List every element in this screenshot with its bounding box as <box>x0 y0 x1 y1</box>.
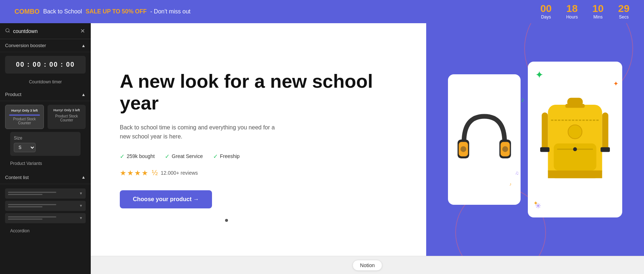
svg-rect-15 <box>602 112 608 151</box>
size-widget: Size S M L XL <box>10 132 81 156</box>
countdown-hours: 18 Hours <box>566 4 578 20</box>
stock-card-light-label: Hurry! Only 3 left <box>51 108 82 113</box>
search-icon <box>5 28 10 34</box>
headphones-card: ♪ ♫ ♪ <box>448 74 521 205</box>
choose-product-button[interactable]: Choose your product → <box>120 190 212 208</box>
main-layout: ✕ Conversion booster ▲ 00 : 00 : 00 : 00… <box>0 23 644 274</box>
product-section-label: Product <box>5 92 21 97</box>
sidebar-product-section: Hurry! Only 3 left Product Stock Counter… <box>0 101 91 171</box>
sidebar-search[interactable]: ✕ <box>0 23 91 39</box>
cursor-indicator <box>225 219 228 222</box>
list-line <box>8 204 56 205</box>
list-line <box>8 194 42 195</box>
sidebar-section-conversion-booster[interactable]: Conversion booster ▲ <box>0 39 91 52</box>
product-card-list: Hurry! Only 3 left Product Stock Counter… <box>5 105 86 129</box>
list-line <box>8 206 42 207</box>
accordion-label: Accordion <box>5 225 86 236</box>
check-icon: ✓ <box>165 153 170 160</box>
chevron-down-icon: ▼ <box>79 204 83 208</box>
svg-rect-9 <box>565 104 584 108</box>
content-area: A new look for a new school year Back to… <box>91 23 644 274</box>
sparkle-green-icon: ✦ <box>535 69 543 81</box>
list-line <box>8 192 56 193</box>
list-item[interactable]: ▼ <box>5 213 86 223</box>
svg-point-12 <box>573 147 577 151</box>
sidebar-section-content-list[interactable]: Content list ▲ <box>0 171 91 184</box>
banner-sale: SALE UP TO 50% OFF <box>86 8 147 15</box>
list-item[interactable]: ▼ <box>5 188 86 199</box>
size-label: Size <box>14 136 77 141</box>
badge-service-text: Great Service <box>172 153 203 159</box>
badge-service: ✓ Great Service <box>165 153 203 160</box>
music-note-icon: ♪ <box>509 182 511 187</box>
search-clear-button[interactable]: ✕ <box>80 27 86 35</box>
stock-card-light-sublabel: Product Stock Counter <box>51 114 82 122</box>
size-select[interactable]: S M L XL <box>14 143 36 152</box>
countdown-mins-num: 10 <box>592 4 604 14</box>
svg-rect-17 <box>600 147 610 152</box>
list-item-lines <box>8 192 77 195</box>
content-list-items: ▼ ▼ ▼ <box>5 188 86 223</box>
list-item[interactable]: ▼ <box>5 201 86 211</box>
chevron-down-icon: ▼ <box>79 191 83 195</box>
product-variants-label: Product Variants <box>5 158 86 167</box>
product-stock-card-dark[interactable]: Hurry! Only 3 left Product Stock Counter <box>5 105 44 129</box>
hero-section: A new look for a new school year Back to… <box>91 23 644 256</box>
search-input[interactable] <box>13 28 77 34</box>
countdown-hours-num: 18 <box>566 4 578 14</box>
stock-card-dark-label: Hurry! Only 3 left <box>9 109 40 113</box>
music-note-icon: ♫ <box>515 170 519 176</box>
countdown-days: 00 Days <box>541 4 552 20</box>
chevron-up-icon: ▲ <box>81 43 86 48</box>
countdown-timer-widget: 00 : 00 : 00 : 00 <box>5 56 86 74</box>
product-stock-card-light[interactable]: Hurry! Only 3 left Product Stock Counter <box>48 105 86 129</box>
svg-point-6 <box>502 146 508 152</box>
star-rating: ★★★★ <box>120 169 149 177</box>
music-note-icon: ♪ <box>521 96 524 104</box>
svg-rect-16 <box>540 147 550 152</box>
badge-bought: ✓ 259k bought <box>120 153 155 160</box>
sidebar-content-list: ▼ ▼ ▼ Accordion <box>0 184 91 238</box>
countdown-secs-num: 29 <box>618 4 629 14</box>
hero-badges: ✓ 259k bought ✓ Great Service ✓ Freeship <box>120 153 397 160</box>
sidebar: ✕ Conversion booster ▲ 00 : 00 : 00 : 00… <box>0 23 91 274</box>
conversion-booster-label: Conversion booster <box>5 43 46 48</box>
countdown-secs: 29 Secs <box>618 4 629 20</box>
countdown-days-label: Days <box>541 14 551 20</box>
backpack-image <box>535 82 615 198</box>
hero-subtitle: Back to school time is coming and everyt… <box>120 123 280 141</box>
notion-bar: Notion <box>91 256 644 274</box>
reviews-text: 12.000+ reviews <box>161 170 198 176</box>
sparkle-pink-icon: ✦ <box>613 80 619 88</box>
countdown-secs-label: Secs <box>619 14 629 20</box>
headphones-image <box>455 103 513 176</box>
chevron-down-icon: ▼ <box>79 216 83 220</box>
svg-point-0 <box>6 28 9 32</box>
list-line <box>8 216 56 217</box>
badge-freeship: ✓ Freeship <box>213 153 240 160</box>
countdown-display: 00 : 00 : 00 : 00 <box>16 61 75 68</box>
badge-bought-text: 259k bought <box>127 153 155 159</box>
top-banner: COMBO Back to School SALE UP TO 50% OFF … <box>0 0 644 23</box>
svg-point-3 <box>460 146 466 152</box>
countdown-mins: 10 Mins <box>592 4 604 20</box>
banner-miss: - Don't miss out <box>150 8 191 15</box>
svg-rect-14 <box>542 112 548 151</box>
sidebar-section-product[interactable]: Product ▲ <box>0 88 91 101</box>
hero-left: A new look for a new school year Back to… <box>91 23 426 256</box>
countdown-timer-label: Countdown timer <box>5 79 86 84</box>
banner-left: COMBO Back to School SALE UP TO 50% OFF … <box>15 8 191 16</box>
notion-badge[interactable]: Notion <box>352 260 382 271</box>
svg-rect-19 <box>548 170 602 178</box>
banner-countdown: 00 Days 18 Hours 10 Mins 29 Secs <box>541 4 629 20</box>
hero-title: A new look for a new school year <box>120 71 397 114</box>
banner-back-to-school: Back to School <box>43 8 82 15</box>
stock-card-dark-sublabel: Product Stock Counter <box>9 117 40 125</box>
badge-freeship-text: Freeship <box>220 153 240 159</box>
hero-right: ♪ ♫ ♪ <box>426 23 644 256</box>
list-item-lines <box>8 216 77 220</box>
content-list-label: Content list <box>5 175 29 180</box>
countdown-hours-label: Hours <box>566 14 578 20</box>
backpack-card: ✦ ✦ ✦ ✳ <box>528 62 622 217</box>
countdown-mins-label: Mins <box>594 14 603 20</box>
